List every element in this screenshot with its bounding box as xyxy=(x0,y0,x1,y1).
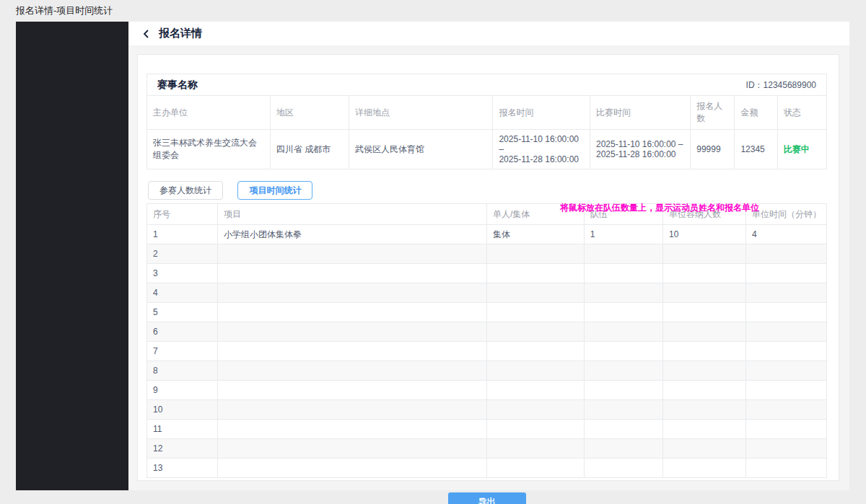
table-row: 11 xyxy=(147,420,827,439)
app-window: 报名详情 赛事名称 ID：12345689900 xyxy=(16,22,849,490)
table-cell xyxy=(584,400,662,420)
table-cell xyxy=(217,439,486,459)
table-cell: 13 xyxy=(147,459,218,478)
export-row: 导出 xyxy=(146,492,827,504)
cell-region: 四川省 成都市 xyxy=(270,130,349,169)
event-card-header: 赛事名称 ID：12345689900 xyxy=(147,74,826,95)
stats-table-header-row: 序号项目单人/集体队伍单位容纳人数单位时间（分钟） xyxy=(147,204,827,225)
table-cell xyxy=(217,322,486,342)
table-cell: 12 xyxy=(147,439,218,459)
table-cell xyxy=(217,381,486,400)
table-cell xyxy=(584,303,662,322)
back-icon[interactable] xyxy=(141,29,152,39)
cell-signup-count: 99999 xyxy=(691,130,735,169)
stats-column-header: 单人/集体 xyxy=(486,204,584,225)
table-cell: 10 xyxy=(662,225,745,244)
cell-location: 武侯区人民体育馆 xyxy=(349,130,492,169)
signup-time-line1: 2025-11-10 16:00:00 – xyxy=(499,134,584,154)
table-cell xyxy=(486,381,584,400)
table-cell xyxy=(217,283,486,303)
table-cell: 4 xyxy=(147,283,218,303)
col-location: 详细地点 xyxy=(349,96,492,130)
event-name-label: 赛事名称 xyxy=(157,79,198,92)
table-cell xyxy=(662,342,745,361)
content-panel: 赛事名称 ID：12345689900 主办单位 地 xyxy=(137,54,839,481)
table-cell: 5 xyxy=(147,303,218,322)
table-cell xyxy=(217,303,486,322)
table-cell xyxy=(662,361,745,381)
table-cell xyxy=(217,361,486,381)
table-cell xyxy=(745,459,826,478)
signup-time-line2: 2025-11-28 16:00:00 xyxy=(499,154,584,164)
stats-tabs: 参赛人数统计 项目时间统计 xyxy=(148,181,827,200)
table-cell xyxy=(662,264,745,283)
table-row: 5 xyxy=(147,303,827,322)
table-row: 9 xyxy=(147,381,827,400)
table-cell: 2 xyxy=(147,244,218,264)
event-id-value: 12345689900 xyxy=(764,80,816,90)
table-cell xyxy=(217,459,486,478)
table-cell xyxy=(486,459,584,478)
table-cell xyxy=(745,439,826,459)
event-info-table: 主办单位 地区 详细地点 报名时间 比赛时间 报名人数 金额 状态 张三丰杯武术… xyxy=(147,95,826,169)
stats-column-header: 单位时间（分钟） xyxy=(745,204,826,225)
table-cell xyxy=(217,400,486,420)
event-id-label: ID： xyxy=(746,80,764,90)
table-cell xyxy=(745,322,826,342)
table-cell xyxy=(662,283,745,303)
table-cell xyxy=(662,459,745,478)
table-cell xyxy=(486,322,584,342)
table-cell xyxy=(745,264,826,283)
table-cell xyxy=(584,322,662,342)
export-button[interactable]: 导出 xyxy=(448,492,526,504)
table-cell: 小学组小团体集体拳 xyxy=(217,225,486,244)
table-cell xyxy=(217,342,486,361)
table-cell xyxy=(745,361,826,381)
cell-amount: 12345 xyxy=(735,130,777,169)
table-cell xyxy=(662,400,745,420)
table-row: 13 xyxy=(147,459,827,478)
cell-match-time: 2025-11-10 16:00:00 – 2025-11-28 16:00:0… xyxy=(590,130,691,169)
match-time-line1: 2025-11-10 16:00:00 – xyxy=(596,139,684,149)
window-title: 报名详情-项目时间统计 xyxy=(16,4,113,17)
table-cell xyxy=(584,439,662,459)
panel-inner: 赛事名称 ID：12345689900 主办单位 地 xyxy=(138,55,839,504)
match-time-line2: 2025-11-28 16:00:00 xyxy=(596,149,684,159)
table-cell xyxy=(486,342,584,361)
event-table-data-row: 张三丰杯武术养生交流大会组委会 四川省 成都市 武侯区人民体育馆 2025-11… xyxy=(147,130,826,169)
table-cell xyxy=(745,381,826,400)
table-cell xyxy=(217,264,486,283)
col-amount: 金额 xyxy=(735,96,777,130)
cell-organizer: 张三丰杯武术养生交流大会组委会 xyxy=(147,130,270,169)
table-row: 2 xyxy=(147,244,827,264)
table-cell xyxy=(584,264,662,283)
table-cell xyxy=(584,420,662,439)
table-cell xyxy=(217,244,486,264)
table-cell xyxy=(745,342,826,361)
table-cell: 10 xyxy=(147,400,218,420)
table-row: 6 xyxy=(147,322,827,342)
event-table-header-row: 主办单位 地区 详细地点 报名时间 比赛时间 报名人数 金额 状态 xyxy=(147,96,826,130)
tab-project-time[interactable]: 项目时间统计 xyxy=(237,181,312,200)
table-row: 10 xyxy=(147,400,827,420)
table-cell: 9 xyxy=(147,381,218,400)
table-cell xyxy=(662,381,745,400)
table-cell xyxy=(745,303,826,322)
table-cell xyxy=(662,420,745,439)
table-cell xyxy=(486,264,584,283)
cell-signup-time: 2025-11-10 16:00:00 – 2025-11-28 16:00:0… xyxy=(493,130,590,169)
table-cell xyxy=(584,283,662,303)
stats-column-header: 序号 xyxy=(147,204,218,225)
table-cell xyxy=(745,420,826,439)
table-cell xyxy=(662,439,745,459)
table-cell: 8 xyxy=(147,361,218,381)
stats-column-header: 队伍 xyxy=(584,204,662,225)
table-cell: 6 xyxy=(147,322,218,342)
table-cell xyxy=(486,361,584,381)
table-cell xyxy=(486,283,584,303)
table-cell xyxy=(486,244,584,264)
table-row: 3 xyxy=(147,264,827,283)
tab-participant-count[interactable]: 参赛人数统计 xyxy=(148,181,223,200)
col-signup-time: 报名时间 xyxy=(493,96,590,130)
status-badge: 比赛中 xyxy=(784,144,810,154)
